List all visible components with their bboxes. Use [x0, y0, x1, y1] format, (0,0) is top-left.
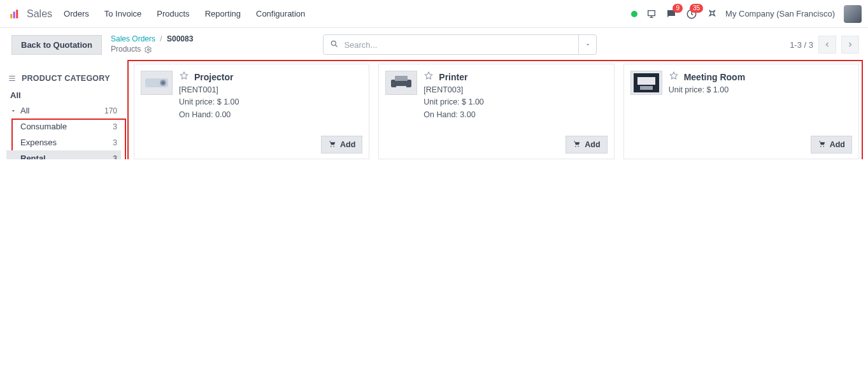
- product-price: Unit price: $ 1.00: [669, 84, 745, 96]
- product-card-projector[interactable]: Projector [RENT001] Unit price: $ 1.00 O…: [134, 64, 369, 159]
- main-menu: Orders To Invoice Products Reporting Con…: [64, 9, 305, 18]
- svg-point-19: [820, 146, 822, 147]
- cart-icon: [328, 140, 336, 150]
- pager-prev[interactable]: [818, 36, 836, 54]
- pager-text: 1-3 / 3: [790, 40, 813, 50]
- category-consumable[interactable]: Consumable3: [6, 119, 121, 134]
- app-name[interactable]: Sales: [27, 8, 52, 20]
- category-expenses[interactable]: Expenses3: [6, 134, 121, 150]
- messages-badge: 9: [672, 4, 683, 13]
- debug-icon[interactable]: [706, 9, 716, 19]
- pager-next[interactable]: [841, 36, 859, 54]
- menu-products[interactable]: Products: [157, 9, 189, 18]
- svg-rect-2: [16, 10, 18, 18]
- systray: 9 35 My Company (San Francisco): [631, 5, 862, 23]
- product-title: Printer: [439, 72, 467, 82]
- add-button[interactable]: Add: [566, 136, 607, 154]
- svg-rect-12: [395, 76, 408, 81]
- svg-point-15: [578, 146, 580, 147]
- product-onhand: On Hand: 0.00: [179, 109, 239, 121]
- svg-point-8: [162, 82, 165, 85]
- product-thumb: [385, 71, 417, 95]
- control-bar: Back to Quotation Sales Orders / S00083 …: [0, 28, 868, 60]
- top-nav: Sales Orders To Invoice Products Reporti…: [0, 0, 868, 28]
- back-to-quotation-button[interactable]: Back to Quotation: [11, 35, 102, 55]
- svg-point-10: [333, 146, 334, 147]
- product-thumb: [630, 71, 662, 95]
- messages-icon[interactable]: 9: [665, 8, 677, 20]
- pager: 1-3 / 3: [790, 36, 859, 54]
- search-input[interactable]: [344, 40, 572, 50]
- presence-icon: [631, 11, 637, 17]
- product-card-printer[interactable]: Printer [RENT003] Unit price: $ 1.00 On …: [378, 64, 614, 159]
- activities-icon[interactable]: 35: [686, 8, 697, 20]
- menu-to-invoice[interactable]: To Invoice: [104, 9, 142, 18]
- category-rental[interactable]: Rental3: [6, 150, 121, 159]
- sidebar: PRODUCT CATEGORY All All 170 Consumable3…: [0, 60, 127, 159]
- svg-point-4: [148, 48, 150, 50]
- app-logo-icon: [9, 8, 20, 20]
- category-header: PRODUCT CATEGORY: [8, 74, 120, 83]
- svg-rect-18: [640, 86, 653, 90]
- product-thumb: [141, 71, 173, 95]
- product-onhand: On Hand: 3.00: [423, 109, 484, 121]
- caret-down-icon: [10, 108, 17, 114]
- category-root[interactable]: All 170: [6, 103, 121, 119]
- product-price: Unit price: $ 1.00: [423, 96, 484, 108]
- cart-icon: [573, 140, 581, 150]
- svg-rect-17: [637, 77, 655, 85]
- star-icon[interactable]: [669, 71, 679, 83]
- svg-point-14: [575, 146, 576, 147]
- cart-icon: [818, 140, 826, 150]
- product-title: Meeting Room: [684, 72, 745, 82]
- add-button[interactable]: Add: [811, 136, 852, 154]
- product-ref: [RENT001]: [179, 84, 239, 96]
- product-price: Unit price: $ 1.00: [179, 96, 239, 108]
- voip-icon[interactable]: [646, 9, 657, 19]
- breadcrumb: Sales Orders / S00083 Products: [111, 34, 193, 54]
- company-switcher[interactable]: My Company (San Francisco): [725, 9, 835, 18]
- product-ref: [RENT003]: [423, 84, 484, 96]
- star-icon[interactable]: [179, 71, 189, 83]
- menu-reporting[interactable]: Reporting: [205, 9, 241, 18]
- gear-icon[interactable]: [145, 46, 152, 54]
- menu-orders[interactable]: Orders: [64, 9, 89, 18]
- menu-configuration[interactable]: Configuration: [256, 9, 305, 18]
- add-button[interactable]: Add: [321, 136, 362, 154]
- activities-badge: 35: [690, 4, 703, 13]
- svg-rect-0: [10, 14, 12, 18]
- breadcrumb-root[interactable]: Sales Orders: [111, 34, 155, 43]
- category-all[interactable]: All: [6, 88, 121, 103]
- list-icon: [8, 74, 17, 83]
- product-title: Projector: [194, 72, 233, 82]
- svg-rect-13: [396, 86, 406, 90]
- search-box: [323, 34, 597, 55]
- search-dropdown[interactable]: [578, 35, 596, 54]
- user-avatar[interactable]: [844, 5, 862, 23]
- product-card-meeting-room[interactable]: Meeting Room Unit price: $ 1.00 Add: [623, 64, 859, 159]
- svg-rect-1: [13, 11, 15, 18]
- breadcrumb-page: Products: [111, 45, 141, 55]
- svg-point-20: [823, 146, 824, 147]
- star-icon[interactable]: [423, 71, 434, 83]
- svg-point-9: [331, 146, 332, 147]
- main-content: Projector [RENT001] Unit price: $ 1.00 O…: [127, 60, 868, 159]
- svg-point-5: [332, 41, 336, 45]
- search-icon: [330, 40, 339, 50]
- breadcrumb-order[interactable]: S00083: [167, 34, 193, 43]
